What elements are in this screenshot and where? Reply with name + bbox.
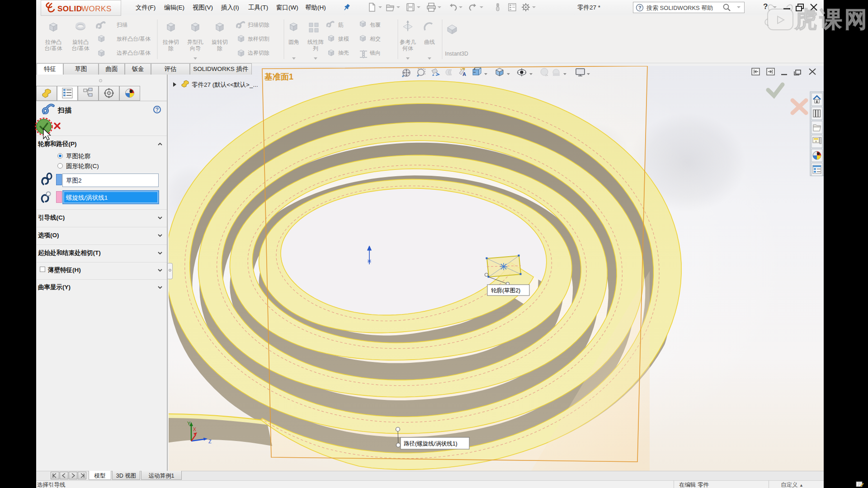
svg-text:参考几: 参考几 [400,39,416,45]
svg-text:放样凸台/基体: 放样凸台/基体 [117,36,151,42]
svg-text:轮廓(草图2): 轮廓(草图2) [491,287,520,294]
svg-text:拉伸凸: 拉伸凸 [45,39,61,45]
svg-text:Y: Y [187,421,191,426]
svg-text:边界切除: 边界切除 [248,50,269,56]
svg-text:旋转凸: 旋转凸 [72,39,89,45]
svg-text:镜向: 镜向 [369,50,381,56]
svg-text:SOLID: SOLID [57,5,82,13]
svg-text:?: ? [638,5,642,10]
svg-text:扫描: 扫描 [117,22,127,28]
svg-text:旋转切: 旋转切 [212,39,228,45]
svg-text:除: 除 [168,45,174,52]
svg-text:异型孔: 异型孔 [187,39,203,45]
svg-text:抽壳: 抽壳 [338,50,349,56]
svg-text:台/基体: 台/基体 [44,45,62,52]
svg-text:边界凸台/基体: 边界凸台/基体 [117,50,151,56]
svg-text:列: 列 [313,45,318,52]
svg-text:虎课网: 虎课网 [794,7,867,32]
svg-text:Z: Z [208,439,212,444]
svg-text:Instant3D: Instant3D [445,51,468,57]
svg-text:路径(螺旋线/涡状线1): 路径(螺旋线/涡状线1) [404,441,458,447]
svg-text:向导: 向导 [190,45,201,52]
svg-text:筋: 筋 [338,22,344,28]
svg-text:扫描切除: 扫描切除 [248,22,269,28]
svg-text:曲线: 曲线 [424,39,435,45]
svg-text:基准面1: 基准面1 [264,72,293,81]
svg-text:台/基体: 台/基体 [71,45,89,52]
svg-text:何体: 何体 [402,45,413,52]
svg-text:圆角: 圆角 [288,39,299,45]
svg-text:拔模: 拔模 [338,36,349,42]
svg-text:零件27 (默认<<默认>_...: 零件27 (默认<<默认>_... [192,81,258,88]
svg-text:放样切割: 放样切割 [248,36,269,42]
svg-text:相交: 相交 [370,36,381,42]
svg-text:X: X [193,427,196,432]
svg-text:A: A [462,71,466,77]
svg-text:线性阵: 线性阵 [307,39,324,45]
svg-text:包覆: 包覆 [370,22,381,28]
svg-text:拉伸切: 拉伸切 [162,39,179,45]
svg-text:WORKS: WORKS [81,5,112,13]
svg-text:除: 除 [217,45,222,52]
